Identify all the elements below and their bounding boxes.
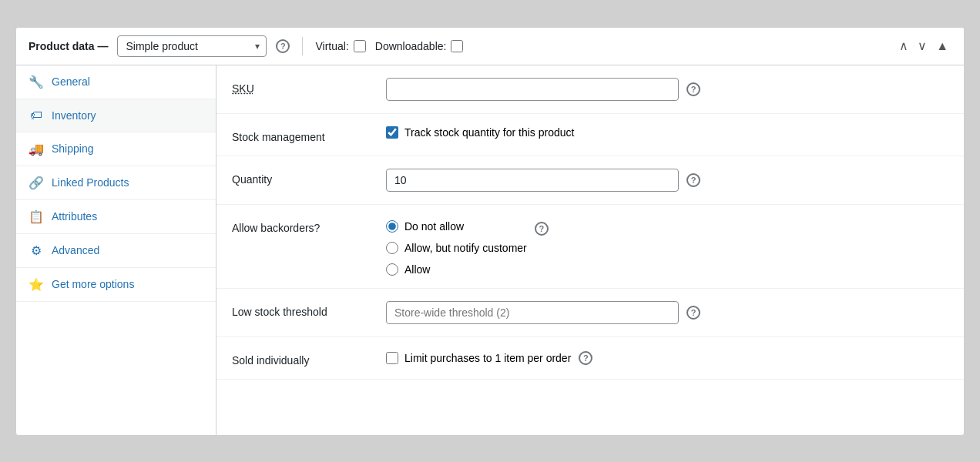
low-stock-threshold-control: ? xyxy=(386,301,948,324)
backorders-radio-allow-input[interactable] xyxy=(386,263,398,276)
low-stock-threshold-row: Low stock threshold ? xyxy=(216,289,964,337)
virtual-checkbox[interactable] xyxy=(354,40,366,52)
sidebar-item-general[interactable]: 🔧 General xyxy=(16,65,216,99)
backorders-radio-do-not-allow: Do not allow xyxy=(386,220,527,233)
header-controls: ∧ ∨ ▲ xyxy=(896,37,951,55)
quantity-row: Quantity ? xyxy=(216,156,964,205)
backorders-do-not-allow-label: Do not allow xyxy=(404,220,464,233)
backorders-allow-notify-label: Allow, but notify customer xyxy=(404,242,527,254)
backorders-radio-allow-notify-input[interactable] xyxy=(386,242,398,254)
sidebar-item-advanced[interactable]: ⚙ Advanced xyxy=(16,234,216,268)
product-data-body: 🔧 General 🏷 Inventory 🚚 Shipping 🔗 Linke… xyxy=(16,65,964,435)
sidebar-item-shipping[interactable]: 🚚 Shipping xyxy=(16,132,216,166)
product-data-label: Product data xyxy=(29,40,95,52)
backorders-control: Do not allow Allow, but notify customer … xyxy=(386,217,948,276)
product-type-select[interactable]: Simple product Grouped product External/… xyxy=(118,36,266,56)
low-stock-help-icon[interactable]: ? xyxy=(686,306,700,320)
product-data-header: Product data — Simple product Grouped pr… xyxy=(16,28,964,65)
sidebar-label-get-more-options: Get more options xyxy=(52,278,134,290)
sidebar: 🔧 General 🏷 Inventory 🚚 Shipping 🔗 Linke… xyxy=(16,65,216,435)
quantity-control: ? xyxy=(386,169,948,192)
truck-icon: 🚚 xyxy=(29,142,44,156)
sidebar-label-attributes: Attributes xyxy=(52,210,97,223)
backorders-label: Allow backorders? xyxy=(232,217,386,234)
sold-individually-checkbox-label: Limit purchases to 1 item per order xyxy=(404,352,571,364)
sold-individually-checkbox[interactable] xyxy=(386,352,398,364)
header-divider xyxy=(302,37,303,55)
product-type-select-wrapper[interactable]: Simple product Grouped product External/… xyxy=(117,35,267,57)
product-data-title: Product data — xyxy=(29,40,108,52)
virtual-label: Virtual: xyxy=(315,40,348,52)
tag-icon: 🏷 xyxy=(29,109,44,122)
sku-row: SKU ? xyxy=(216,65,964,114)
sold-individually-row: Sold individually Limit purchases to 1 i… xyxy=(216,337,964,380)
quantity-label: Quantity xyxy=(232,169,386,186)
wrench-icon: 🔧 xyxy=(29,75,44,89)
collapse-down-button[interactable]: ∨ xyxy=(915,37,930,55)
sidebar-label-linked-products: Linked Products xyxy=(52,176,129,189)
sold-individually-label: Sold individually xyxy=(232,350,386,367)
link-icon: 🔗 xyxy=(29,176,44,190)
backorders-radio-allow-notify: Allow, but notify customer xyxy=(386,242,527,254)
content-area: SKU ? Stock management Track stock quant… xyxy=(216,65,964,435)
stock-management-control: Track stock quantity for this product xyxy=(386,126,948,139)
virtual-section: Virtual: xyxy=(315,40,365,52)
sku-input[interactable] xyxy=(386,78,679,101)
downloadable-checkbox[interactable] xyxy=(451,40,463,52)
sidebar-label-general: General xyxy=(52,75,90,88)
sidebar-item-inventory[interactable]: 🏷 Inventory xyxy=(16,99,216,132)
backorders-row: Allow backorders? Do not allow Allow, bu… xyxy=(216,205,964,289)
quantity-help-icon[interactable]: ? xyxy=(686,173,700,187)
sold-individually-help-icon[interactable]: ? xyxy=(579,351,592,365)
backorders-radio-do-not-allow-input[interactable] xyxy=(386,220,398,233)
stock-checkbox-row: Track stock quantity for this product xyxy=(386,126,574,139)
sold-individually-control: Limit purchases to 1 item per order ? xyxy=(386,351,948,365)
downloadable-section: Downloadable: xyxy=(375,40,464,52)
sku-control: ? xyxy=(386,78,948,101)
sidebar-label-shipping: Shipping xyxy=(52,142,94,155)
backorders-help-icon[interactable]: ? xyxy=(535,222,549,236)
sidebar-item-attributes[interactable]: 📋 Attributes xyxy=(16,200,216,234)
product-data-box: Product data — Simple product Grouped pr… xyxy=(15,27,965,436)
sidebar-item-get-more-options[interactable]: ⭐ Get more options xyxy=(16,268,216,302)
product-type-help-icon[interactable]: ? xyxy=(276,39,290,53)
backorders-radio-group: Do not allow Allow, but notify customer … xyxy=(386,220,527,276)
stock-management-label: Stock management xyxy=(232,126,386,143)
stock-management-checkbox[interactable] xyxy=(386,126,398,139)
star-icon: ⭐ xyxy=(29,277,44,292)
sidebar-label-advanced: Advanced xyxy=(52,244,99,256)
collapse-toggle-button[interactable]: ▲ xyxy=(933,38,951,55)
sidebar-item-linked-products[interactable]: 🔗 Linked Products xyxy=(16,166,216,200)
sku-label: SKU xyxy=(232,78,386,95)
sold-individually-checkbox-row: Limit purchases to 1 item per order xyxy=(386,352,571,364)
collapse-up-button[interactable]: ∧ xyxy=(896,37,911,55)
backorders-radio-allow: Allow xyxy=(386,263,527,276)
sidebar-label-inventory: Inventory xyxy=(52,109,96,122)
sku-help-icon[interactable]: ? xyxy=(686,82,700,96)
gear-icon: ⚙ xyxy=(29,243,44,258)
downloadable-label: Downloadable: xyxy=(375,40,447,52)
stock-management-row: Stock management Track stock quantity fo… xyxy=(216,114,964,156)
quantity-input[interactable] xyxy=(386,169,679,192)
low-stock-threshold-input[interactable] xyxy=(386,301,679,324)
backorders-allow-label: Allow xyxy=(404,263,430,276)
stock-management-checkbox-label: Track stock quantity for this product xyxy=(404,126,574,139)
low-stock-threshold-label: Low stock threshold xyxy=(232,301,386,318)
list-icon: 📋 xyxy=(29,209,44,224)
